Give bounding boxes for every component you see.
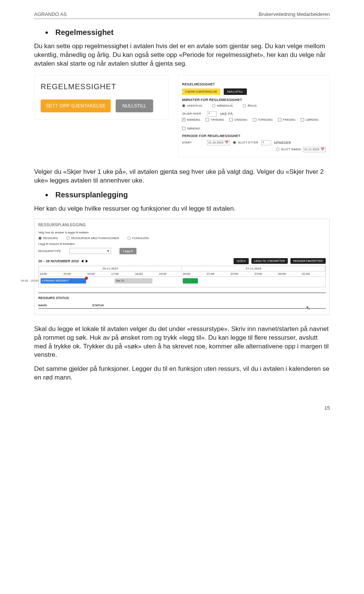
timeline-bar-gray[interactable]: test 15	[115, 278, 152, 284]
col-navn: NAVN	[38, 304, 47, 307]
timeline-hour: 17:00	[110, 271, 134, 276]
calendar-icon: 📅	[321, 148, 325, 151]
section-title: Regelmessighet	[55, 28, 113, 37]
resource-type-select[interactable]: ▾	[69, 248, 111, 254]
radio-weekly[interactable]: UKENTLIG	[182, 104, 202, 107]
date-value: 21.11.2015	[304, 148, 319, 151]
radio-icon	[212, 104, 215, 107]
timeline-hour: 14:00	[39, 271, 63, 276]
end-by-date-input[interactable]: 21.11.2015📅	[303, 147, 326, 152]
screenshot-regelmessighet-detail: REGELMESSIGHET FJERN GJENTAKELSE NULLSTI…	[178, 75, 330, 157]
day-sat[interactable]: LØRDAG	[301, 118, 318, 121]
radio-ressurs-func[interactable]: RESSURSER MED FUNKSJONER	[66, 236, 119, 240]
screenshot-ressursplanlegging: RESSURSPLANLEGGING Velg hva du ønsker å …	[34, 219, 330, 315]
timeline-hour: 23:00	[254, 271, 278, 276]
row-time-label: 19:30 - 20:00	[20, 279, 38, 282]
reset-button[interactable]: NULLSTILL	[116, 99, 153, 112]
day-thu[interactable]: TORSDAG	[253, 118, 273, 121]
radio-icon	[182, 104, 185, 107]
uke-paa-label: UKE PÅ:	[220, 112, 234, 116]
timeline-bar-green[interactable]	[183, 278, 198, 284]
radio-label: FUNKSJON	[132, 236, 149, 240]
radio-slutt-etter[interactable]: SLUTT ETTER	[233, 141, 258, 144]
s2-para1: Her kan du velge hvilke ressurser og fun…	[34, 205, 330, 213]
choose-what-label: Velg hva du ønsker å legge til avtalen	[38, 231, 326, 234]
chevron-left-icon[interactable]	[81, 260, 83, 263]
radio-funksjon[interactable]: FUNKSJON	[127, 236, 149, 240]
day-label: ONSDAG	[234, 118, 248, 121]
chevron-right-icon[interactable]	[86, 260, 88, 263]
timeline-day: 27-11-2015	[182, 266, 325, 271]
radio-label: RESSURS	[43, 236, 58, 240]
end-after-input[interactable]: 1	[261, 140, 271, 145]
remove-repeat-button[interactable]: FJERN GJENTAKELSE	[182, 88, 220, 95]
radio-monthly[interactable]: MÅNEDLIG	[212, 104, 233, 107]
bullet-icon	[46, 32, 48, 34]
day-label: TIRSDAG	[210, 118, 224, 121]
add-fav-button[interactable]: LEGG TIL I FAVORITTER	[251, 258, 288, 264]
timeline-hour: 19:00	[158, 271, 182, 276]
pattern-label: MØNSTER FOR REGLEMESSIGHET	[182, 98, 326, 102]
radio-icon	[276, 148, 279, 151]
chevron-down-icon: ▾	[107, 249, 109, 253]
add-to-timeline-label: Legg til ressurs til tidslinjen	[38, 242, 326, 246]
card1-title: REGELMESSIGHET	[41, 82, 162, 91]
day-sun[interactable]: SØNDAG	[182, 127, 200, 130]
s1-para2: Velger du «Skjer hver 1 uke på», vil avt…	[34, 168, 330, 185]
timeline-hour: 15:00	[63, 271, 86, 276]
radio-slutt-innen[interactable]: SLUTT INNEN	[276, 148, 301, 151]
reset-button-sm[interactable]: NULLSTILL	[224, 88, 247, 95]
day-wed[interactable]: ONSDAG	[229, 118, 248, 121]
day-label: MANDAG	[187, 118, 200, 121]
checkbox-icon	[206, 118, 209, 121]
date-value: 21.10.2015	[208, 141, 223, 144]
timeline-hour: 18:00	[134, 271, 158, 276]
radio-yearly[interactable]: ÅRLIG	[243, 104, 257, 107]
start-date-input[interactable]: 21.10.2015📅	[207, 140, 230, 145]
less-button[interactable]: LESS ▾	[234, 258, 249, 264]
timeline-hour: 20:00	[182, 271, 206, 276]
s2-para2: Skal du legge et lokale til avtalen velg…	[34, 325, 330, 360]
screenshot-regelmessighet-simple: REGELMESSIGHET SETT OPP GJENTAKELSE NULL…	[34, 75, 169, 120]
day-mon[interactable]: ✓MANDAG	[182, 118, 200, 121]
skjer-hver-label: SKJER HVER	[182, 112, 204, 115]
radio-ressurs[interactable]: RESSURS	[38, 236, 58, 240]
every-n-input[interactable]: 1	[207, 111, 217, 117]
checkbox-icon	[301, 118, 304, 121]
radio-icon	[243, 104, 246, 107]
cursor-icon: ↖	[306, 305, 311, 311]
add-button[interactable]: Legg til	[119, 248, 137, 254]
timeline-hour: 21:00	[206, 271, 230, 276]
day-label: TORSDAG	[258, 118, 273, 121]
section-title: Ressursplanlegging	[55, 191, 128, 199]
resource-status-label: RESSURS STATUS	[38, 293, 326, 300]
radio-label: RESSURSER MED FUNKSJONER	[71, 236, 119, 240]
timeline-hour: 16:00	[86, 271, 110, 276]
timeline-day: 26-11-2015	[39, 266, 182, 271]
section-regelmessighet-heading: Regelmessighet	[46, 28, 330, 37]
checkbox-icon	[182, 127, 185, 130]
radio-label: MÅNEDLIG	[217, 104, 233, 107]
bullet-icon	[46, 194, 48, 196]
col-status: STATUS	[92, 304, 104, 307]
header-right: Brukerveiledning Medarbeideren	[259, 11, 330, 17]
radio-icon	[127, 236, 131, 240]
radio-label: UKENTLIG	[187, 104, 202, 107]
end-unit-label: MÅNEDER	[274, 141, 291, 145]
alert-dot-icon	[85, 277, 88, 280]
timeline-bar-blue[interactable]: KYRKANS MEDISKFT	[41, 278, 86, 284]
card3-title: RESSURSPLANLEGGING	[38, 223, 326, 227]
day-tue[interactable]: TIRSDAG	[206, 118, 224, 121]
edit-fav-button[interactable]: REDIGER FAVORITTER	[290, 258, 326, 264]
set-repeat-button[interactable]: SETT OPP GJENTAKELSE	[41, 99, 111, 112]
day-fri[interactable]: FREDAG	[278, 118, 295, 121]
section-ressursplanlegging-heading: Ressursplanlegging	[46, 191, 330, 199]
radio-label: SLUTT INNEN	[281, 148, 301, 151]
s1-para1: Du kan sette opp regelmessighet i avtale…	[34, 42, 330, 68]
timeline-hour: 01:00	[301, 271, 325, 276]
s2-para3: Det samme gjelder på funksjoner. Legger …	[34, 365, 330, 382]
resource-type-label: RESSURSTYPE	[38, 249, 61, 253]
date-range: 26 – 28 NOVEMBER 2015	[38, 259, 79, 263]
checkbox-icon	[278, 118, 281, 121]
checkbox-icon	[229, 118, 233, 121]
